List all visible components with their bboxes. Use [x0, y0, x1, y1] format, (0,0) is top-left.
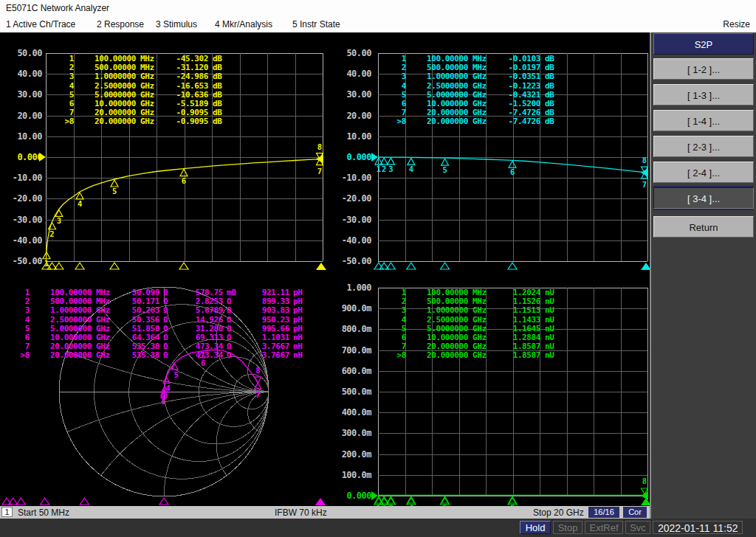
marker-table-row: >820.000000GHz1.8587nU [388, 351, 560, 360]
tr2-title: ▶ Tr2 S43 Log Mag 10.00dB/ Ref 0.000dB [… [325, 36, 574, 47]
instrument-state-bar: Hold Stop ExtRef Svc 2022-01-11 11:52 [0, 519, 756, 537]
tr1-ytick: -50.00 [1, 256, 42, 266]
softkey-3-4[interactable]: [ 3-4 ]... [653, 187, 754, 209]
softkey-2-3[interactable]: [ 2-3 ]... [653, 136, 754, 157]
menu-item-3[interactable]: 3 Stimulus [156, 19, 197, 30]
svg-text:6: 6 [510, 167, 515, 176]
start-frequency-label: Start 50 MHz [18, 507, 69, 518]
tr4-ytick: 100.0m [330, 470, 371, 480]
menu-item-2[interactable]: 2 Response [97, 19, 144, 30]
svg-text:6: 6 [182, 176, 186, 185]
svg-text:8: 8 [642, 156, 647, 164]
menu-item-5[interactable]: 5 Instr State [292, 19, 340, 30]
svg-text:1: 1 [377, 164, 381, 173]
svg-text:5: 5 [112, 187, 117, 195]
tr1-ytick: -40.00 [1, 235, 42, 246]
svg-text:7: 7 [255, 390, 260, 399]
svg-text:4: 4 [165, 384, 170, 392]
marker-table-row: >820.000000GHz535.38Ω473.34Ω3.7667nH [12, 351, 307, 360]
softkey-menu: S2P[ 1-2 ]...[ 1-3 ]...[ 1-4 ]...[ 2-3 ]… [650, 32, 756, 519]
marker-table-row: 42.5000000GHz50.356Ω14.926Ω950.23pH [12, 316, 307, 325]
marker-table-row: 31.0000000GHz50.263Ω5.6789Ω903.83pH [12, 306, 307, 315]
marker-table-row: 42.5000000GHz1.1433nU [388, 316, 560, 325]
svg-text:7: 7 [642, 180, 647, 189]
svg-text:5: 5 [442, 165, 447, 174]
svg-text:2: 2 [382, 164, 386, 173]
svg-text:4: 4 [409, 164, 413, 173]
correction-badge: Cor [623, 507, 647, 518]
tr1-title: Tr1 S33 Log Mag 10.00dB/ Ref 0.000dB [F2… [44, 36, 284, 47]
hold-indicator: Hold [520, 521, 551, 534]
softkey-1-4[interactable]: [ 1-4 ]... [653, 110, 754, 131]
tr4-ytick: 900.0m [330, 303, 371, 313]
svc-indicator: Svc [625, 521, 650, 534]
tr4-ytick: 400.0m [330, 407, 371, 418]
tr1-ytick: 0.000 [1, 152, 42, 162]
tr2-title-rest: S43 Log Mag 10.00dB/ Ref 0.000dB [F2 Smo… [349, 36, 573, 47]
tr2-ytick: 40.00 [330, 69, 371, 79]
resize-control[interactable]: Resize [723, 19, 750, 30]
tr4-ytick: 1.000 [330, 283, 371, 293]
channel-number-box: 1 [1, 507, 13, 517]
tr4-title: Tr4 Ls Lin Mag 100.0mU/ Ref 0.000U [F2 E… [332, 269, 562, 280]
menu-item-1[interactable]: 1 Active Ch/Trace [6, 19, 75, 30]
softkey-menu-title: S2P [653, 33, 754, 55]
tr4-ytick: 300.0m [330, 428, 371, 438]
tr2-markers: 12345687 [371, 153, 648, 189]
status-bar: 1 Start 50 MHz IFBW 70 kHz Stop 20 GHz 1… [0, 506, 650, 519]
svg-text:7: 7 [317, 167, 322, 176]
tr2-active-label: Tr2 [330, 36, 349, 47]
network-analyzer-window: E5071C Network Analyzer Resize 1 Active … [0, 0, 756, 537]
menu-bar: Resize 1 Active Ch/Trace2 Response3 Stim… [0, 16, 756, 32]
tr1-ytick: 10.00 [1, 131, 42, 142]
svg-text:3: 3 [57, 216, 61, 225]
svg-text:8: 8 [642, 477, 647, 485]
softkey-return[interactable]: Return [653, 216, 754, 238]
softkey-1-3[interactable]: [ 1-3 ]... [653, 84, 754, 105]
tr2-ytick: 30.00 [330, 89, 371, 100]
tr2-ytick: -10.00 [330, 173, 371, 183]
svg-text:8: 8 [317, 142, 322, 151]
tr4-ytick: 200.0m [330, 449, 371, 460]
svg-text:2: 2 [49, 229, 54, 238]
tr2-ytick: -30.00 [330, 215, 371, 225]
tr1-ytick: 20.00 [1, 111, 42, 121]
datetime-display: 2022-01-11 11:52 [653, 521, 743, 534]
svg-text:3: 3 [162, 392, 166, 401]
tr1-ytick: -20.00 [1, 193, 42, 204]
tr1-ytick: -10.00 [1, 173, 42, 183]
marker-table-row: 31.0000000GHz-0.0351dB [388, 72, 560, 81]
window-title: E5071C Network Analyzer [6, 3, 109, 13]
tr2-ytick: 50.00 [330, 48, 371, 58]
tr1-ytick: 40.00 [1, 69, 42, 79]
marker-table-row: 42.5000000GHz-0.1223dB [388, 82, 560, 91]
extref-indicator: ExtRef [585, 521, 623, 534]
ifbw-label: IFBW 70 kHz [275, 507, 327, 518]
stop-indicator: Stop [553, 521, 583, 534]
tr1-marker-table: 1100.00000MHz-45.302dB2500.00000MHz-31.1… [56, 55, 227, 127]
tr1-ytick: -30.00 [1, 215, 42, 225]
marker-table-row: 31.0000000GHz1.1513nU [388, 306, 560, 315]
tr3-marker-table: 1100.00000MHz50.099Ω578.75mΩ921.11pH2500… [12, 288, 307, 361]
tr2-ytick: -40.00 [330, 235, 371, 246]
tr4-marker-table: 1100.00000MHz1.2024nU2500.00000MHz1.1526… [388, 288, 560, 361]
instrument-display: 1234568712345687123456871234568 Tr1 S33 … [0, 32, 650, 506]
tr1-ytick: 50.00 [1, 48, 42, 58]
tr2-ytick: -50.00 [330, 256, 371, 266]
menu-item-4[interactable]: 4 Mkr/Analysis [215, 19, 272, 30]
softkey-1-2[interactable]: [ 1-2 ]... [653, 58, 754, 80]
tr4-ytick: 600.0m [330, 366, 371, 376]
softkey-2-4[interactable]: [ 2-4 ]... [653, 162, 754, 183]
tr4-ytick: 500.0m [330, 387, 371, 397]
tr2-ytick: 0.000 [330, 152, 371, 162]
active-trace-arrow-icon: ▶ [325, 37, 329, 46]
marker-table-row: >820.000000GHz-0.9095dB [56, 117, 227, 126]
tr1-trace [46, 159, 323, 265]
tr4-ytick: 700.0m [330, 345, 371, 356]
marker-table-row: 31.0000000GHz-24.986dB [56, 72, 227, 81]
window-titlebar: E5071C Network Analyzer [0, 0, 756, 16]
tr2-marker-table: 1100.00000MHz-0.0103dB2500.00000MHz-0.01… [388, 55, 560, 127]
stop-frequency-label: Stop 20 GHz [533, 507, 584, 518]
tr4-ytick: 800.0m [330, 324, 371, 334]
svg-text:5: 5 [173, 370, 178, 379]
